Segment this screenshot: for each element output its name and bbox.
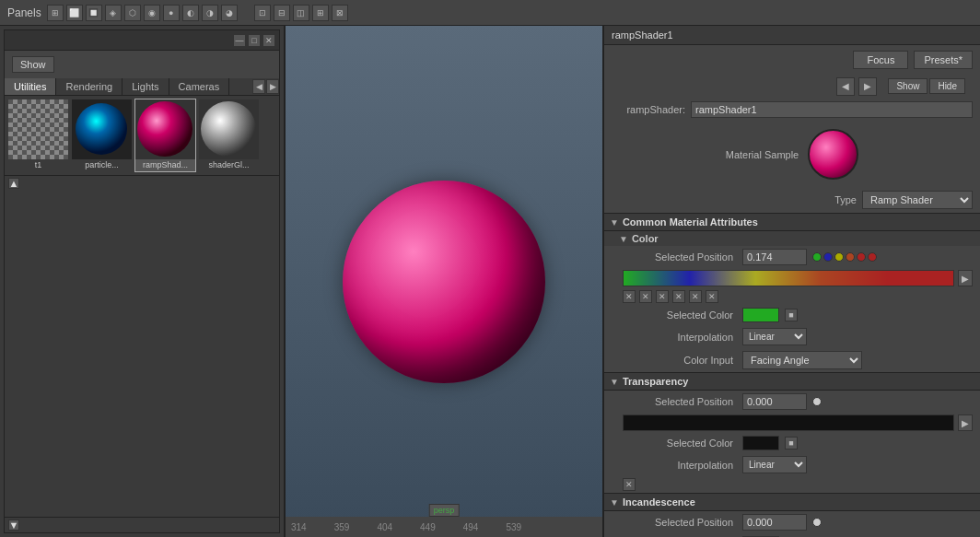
trans-position-label: Selected Position: [623, 396, 733, 407]
trans-ramp-expand-btn[interactable]: ▶: [958, 414, 973, 431]
color-connect-btn[interactable]: ■: [785, 309, 798, 321]
thumb-sphere[interactable]: shaderGl...: [198, 99, 260, 172]
trans-del-btn[interactable]: ✕: [623, 478, 636, 491]
tb-icon-15[interactable]: ⊠: [332, 5, 348, 21]
color-del-btn-3[interactable]: ✕: [656, 290, 669, 303]
trans-color-swatch[interactable]: [742, 436, 779, 450]
trans-del-row: ✕: [604, 476, 980, 493]
color-interp-select[interactable]: Linear: [742, 328, 807, 345]
tb-icon-9[interactable]: ◑: [202, 5, 218, 21]
trans-ramp-gradient[interactable]: [623, 414, 954, 431]
particle-svg: [72, 99, 132, 159]
thumb-ramp[interactable]: rampShad...: [134, 99, 196, 172]
tab-nav-prev[interactable]: ◀: [252, 79, 265, 94]
tb-icon-7[interactable]: ●: [163, 5, 180, 21]
presets-button[interactable]: Presets*: [914, 51, 973, 69]
trans-connect-btn[interactable]: ■: [785, 437, 798, 449]
right-panel-tab[interactable]: rampShader1: [604, 26, 980, 45]
incan-position-input[interactable]: [742, 514, 807, 531]
tb-icon-11[interactable]: ⊡: [254, 5, 271, 21]
subsection-color-arrow: ▼: [619, 234, 628, 244]
color-del-btn-1[interactable]: ✕: [623, 290, 636, 303]
section-common[interactable]: ▼ Common Material Attributes: [604, 213, 980, 231]
tb-icon-4[interactable]: ◈: [105, 5, 122, 21]
tab-rendering[interactable]: Rendering: [56, 78, 122, 95]
color-ramp-area: [623, 270, 954, 286]
incan-position-label: Selected Position: [623, 517, 733, 528]
dot-orange[interactable]: [846, 252, 855, 262]
tb-icon-13[interactable]: ◫: [293, 5, 309, 21]
color-swatch-green[interactable]: [742, 308, 779, 322]
thumb-particle[interactable]: particle...: [71, 99, 133, 172]
color-del-btn-5[interactable]: ✕: [689, 290, 702, 303]
subsection-color[interactable]: ▼ Color: [604, 231, 980, 246]
color-del-btn-6[interactable]: ✕: [706, 290, 718, 303]
tb-icon-2[interactable]: ⬜: [66, 5, 83, 21]
shader-name-label: rampShader:: [612, 104, 685, 115]
color-selected-color-row: Selected Color ■: [604, 305, 980, 325]
incan-selected-color-row: Selected Color ■: [604, 533, 980, 537]
dot-red2[interactable]: [868, 252, 877, 262]
type-row: Type Ramp Shader: [604, 187, 980, 213]
trans-selected-color-label: Selected Color: [623, 438, 733, 449]
tb-icon-1[interactable]: ⊞: [47, 5, 64, 21]
tab-lights[interactable]: Lights: [122, 78, 169, 95]
incan-circle[interactable]: [812, 518, 822, 527]
tab-cameras[interactable]: Cameras: [169, 78, 230, 95]
color-position-row: Selected Position: [604, 246, 980, 268]
trans-position-input[interactable]: [742, 393, 807, 410]
show-panel-button[interactable]: Show: [888, 78, 928, 94]
shader-name-input[interactable]: [691, 101, 973, 118]
hide-panel-button[interactable]: Hide: [929, 78, 965, 94]
section-incandescence[interactable]: ▼ Incandescence: [604, 493, 980, 511]
color-ramp-dots: [812, 252, 877, 262]
trans-ramp-row: ▶: [604, 413, 980, 433]
maximize-button[interactable]: □: [248, 34, 261, 47]
float-window: — □ ✕ Show Utilities Rendering Lights Ca…: [4, 29, 280, 533]
thumb-scroll-down[interactable]: ▼: [8, 519, 19, 531]
color-position-input[interactable]: [742, 249, 807, 265]
color-del-btn-4[interactable]: ✕: [672, 290, 685, 303]
color-input-select[interactable]: Facing Angle: [742, 351, 862, 369]
tab-utilities[interactable]: Utilities: [5, 78, 56, 95]
tb-icon-5[interactable]: ⬡: [124, 5, 141, 21]
trans-interp-select[interactable]: Linear: [742, 456, 807, 473]
tab-nav-next[interactable]: ▶: [266, 79, 279, 94]
trans-selected-color-row: Selected Color ■: [604, 433, 980, 453]
ramp-expand-btn[interactable]: ▶: [958, 270, 973, 286]
color-input-row: Color Input Facing Angle: [604, 348, 980, 372]
trans-interp-row: Interpolation Linear: [604, 453, 980, 476]
type-select[interactable]: Ramp Shader: [862, 191, 973, 209]
color-del-btn-2[interactable]: ✕: [639, 290, 652, 303]
dot-yellow[interactable]: [834, 252, 844, 262]
float-window-titlebar: — □ ✕: [5, 30, 279, 51]
dot-green[interactable]: [812, 252, 822, 262]
tb-icon-3[interactable]: 🔲: [86, 5, 102, 21]
tb-icon-8[interactable]: ◐: [182, 5, 199, 21]
vp-btn-1[interactable]: persp: [429, 504, 460, 517]
ruler-mark-4: 449: [420, 522, 436, 532]
focus-button[interactable]: Focus: [853, 51, 908, 69]
thumb-t1[interactable]: t1: [7, 99, 69, 172]
tb-icon-12[interactable]: ⊟: [274, 5, 290, 21]
thumb-img-particle: [72, 99, 132, 159]
trans-ramp-area: [623, 414, 954, 431]
tb-icon-14[interactable]: ⊞: [312, 5, 329, 21]
tb-icon-6[interactable]: ◉: [144, 5, 160, 21]
dot-red[interactable]: [857, 252, 866, 262]
minimize-button[interactable]: —: [233, 34, 246, 47]
trans-circle[interactable]: [812, 397, 822, 406]
arrow-left-icon[interactable]: ◀: [836, 77, 855, 96]
color-selected-color-label: Selected Color: [623, 309, 733, 321]
color-ramp-gradient[interactable]: [623, 270, 954, 286]
section-common-title: Common Material Attributes: [623, 216, 758, 228]
section-transparency[interactable]: ▼ Transparency: [604, 372, 980, 391]
material-sample-row: Material Sample: [604, 122, 980, 187]
arrow-right-icon[interactable]: ▶: [858, 77, 877, 96]
close-button[interactable]: ✕: [262, 34, 275, 47]
tb-icon-10[interactable]: ◕: [221, 5, 238, 21]
dot-blue[interactable]: [823, 252, 833, 262]
show-button[interactable]: Show: [12, 56, 54, 73]
thumb-scroll-up[interactable]: ▲: [8, 178, 19, 189]
main-layout: — □ ✕ Show Utilities Rendering Lights Ca…: [0, 26, 980, 537]
